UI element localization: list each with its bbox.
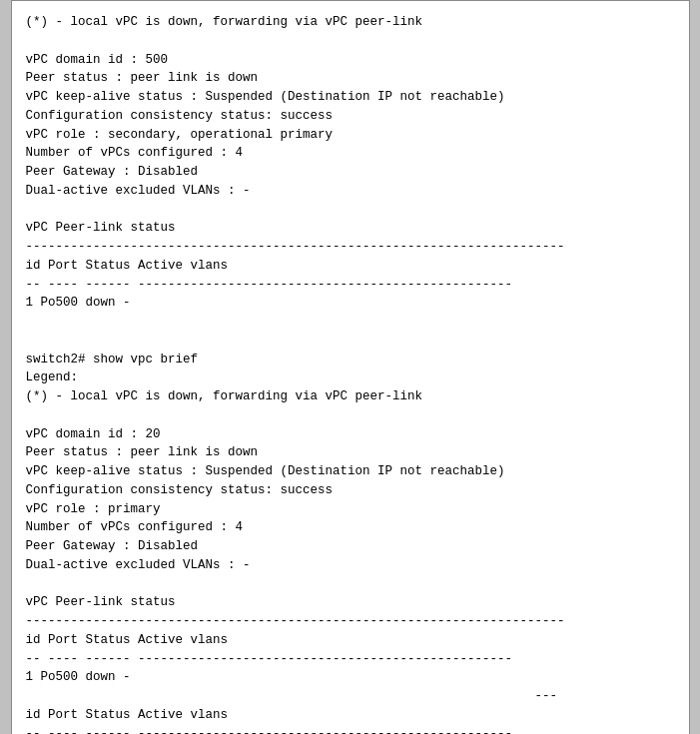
terminal-output: (*) - local vPC is down, forwarding via … — [11, 0, 690, 734]
